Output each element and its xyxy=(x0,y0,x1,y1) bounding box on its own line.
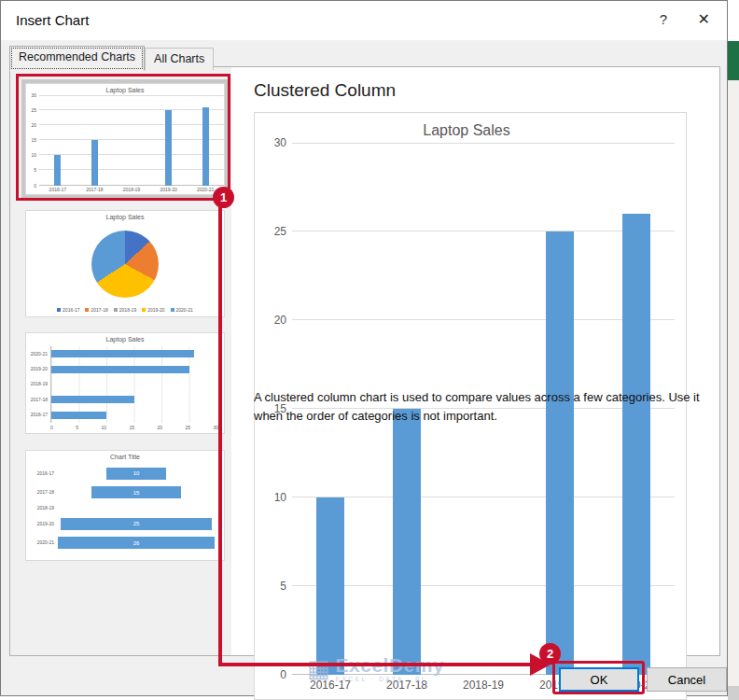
dialog-title: Insert Chart xyxy=(16,12,89,28)
close-icon[interactable]: ✕ xyxy=(698,10,710,28)
annotation-box-step2 xyxy=(552,661,645,694)
watermark-tagline: EXCEL · DATA · BI xyxy=(336,676,445,682)
excel-edge-white xyxy=(728,0,739,41)
tabstrip: Recommended Charts All Charts xyxy=(9,46,214,70)
thumbnail-funnel[interactable]: Chart Title2016-17102017-18152018-192019… xyxy=(21,446,229,565)
annotation-box-step1 xyxy=(16,74,230,201)
annotation-step-1-badge: 1 xyxy=(213,187,234,208)
preview-panel: Clustered Column Laptop Sales05101520253… xyxy=(231,67,719,655)
excel-edge-gray xyxy=(728,686,739,700)
excel-edge-green xyxy=(728,41,739,80)
thumbnail-pie[interactable]: Laptop Sales2016-172017-182018-192019-20… xyxy=(21,206,229,321)
dialog-titlebar: Insert Chart ? ✕ xyxy=(1,1,727,40)
tab-all-charts[interactable]: All Charts xyxy=(145,48,214,70)
thumbnail-funnel-chart: Chart Title2016-17102017-18152018-192019… xyxy=(25,450,225,561)
chart-description: A clustered column chart is used to comp… xyxy=(254,388,720,425)
tab-recommended-charts-label: Recommended Charts xyxy=(19,50,135,63)
annotation-arrow-horizontal-line xyxy=(218,663,532,666)
screen: Insert Chart ? ✕ Recommended Charts All … xyxy=(0,0,739,700)
exceldemy-watermark: ▦ ExcelDemy EXCEL · DATA · BI xyxy=(307,654,444,682)
excel-window-edge xyxy=(728,0,739,700)
exceldemy-logo-icon: ▦ xyxy=(307,656,330,680)
tab-all-charts-label: All Charts xyxy=(154,52,204,65)
tab-recommended-charts[interactable]: Recommended Charts xyxy=(9,46,145,71)
thumbnail-pie-chart: Laptop Sales2016-172017-182018-192019-20… xyxy=(25,210,225,317)
annotation-arrow-vertical-line xyxy=(218,199,222,665)
help-icon[interactable]: ? xyxy=(660,11,667,27)
thumbnail-clustered-bar[interactable]: Laptop Sales2020-212019-202018-192017-18… xyxy=(21,329,229,438)
preview-heading: Clustered Column xyxy=(254,80,396,101)
cancel-button[interactable]: Cancel xyxy=(647,667,727,692)
thumbnail-clustered-bar-chart: Laptop Sales2020-212019-202018-192017-18… xyxy=(25,332,225,434)
